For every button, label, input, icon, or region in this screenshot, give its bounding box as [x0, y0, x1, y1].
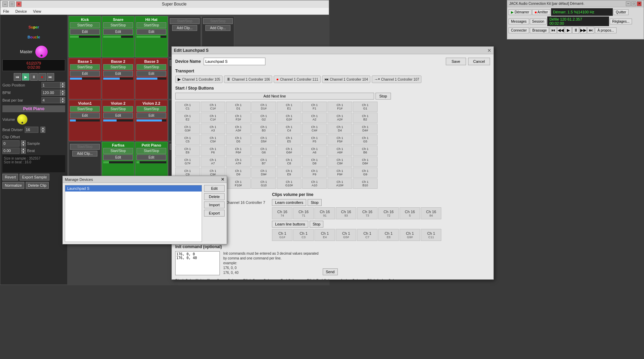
key-cell-0[interactable]: Ch 1C1	[175, 102, 200, 112]
key-cell-2[interactable]: Ch 1D1	[226, 102, 251, 112]
track-basse1-edit[interactable]: Edit	[70, 71, 100, 77]
key-cell-38[interactable]: Ch 1A6#	[327, 146, 352, 156]
stop-controllers-btn[interactable]: Stop	[308, 199, 322, 206]
jack-play[interactable]: ▶	[565, 27, 572, 34]
track-empty-7-startstop[interactable]: Start/Stop	[70, 144, 100, 150]
track-kick-startstop[interactable]: Start/Stop	[70, 22, 100, 28]
clips-ch-cell-7[interactable]: Ch 1684	[421, 207, 441, 219]
line-ch-cell-6[interactable]: Ch 1G9#	[399, 229, 420, 241]
key-cell-31[interactable]: Ch 1G5	[353, 135, 378, 145]
clip-offset-sample-spin-down[interactable]: ▼	[21, 143, 26, 147]
transport-play[interactable]: ▶	[22, 73, 29, 81]
menu-file[interactable]: File	[2, 9, 11, 14]
key-cell-8[interactable]: Ch 1E2	[175, 113, 200, 123]
jack-quitter-btn[interactable]: Quitter	[613, 9, 629, 15]
key-cell-37[interactable]: Ch 1A6	[302, 146, 327, 156]
key-cell-58[interactable]: Ch 1F10#	[226, 178, 251, 189]
line-ch-cell-5[interactable]: Ch 1E8	[378, 229, 399, 241]
track-empty-1-addclip[interactable]: Add Clip...	[172, 25, 198, 31]
stop-startstop-btn[interactable]: Stop	[375, 93, 391, 100]
key-cell-19[interactable]: Ch 1B3	[251, 124, 276, 134]
minimize-btn[interactable]: ─	[2, 1, 8, 7]
cancel-button[interactable]: Cancel	[468, 58, 490, 65]
jack-rewind[interactable]: ◀◀	[557, 27, 564, 34]
key-cell-27[interactable]: Ch 1D5#	[251, 135, 276, 145]
clips-ch-cell-6[interactable]: Ch 165	[399, 207, 420, 219]
goto-spin-up[interactable]: ▲	[60, 82, 65, 85]
jack-pause[interactable]: ⏸	[572, 27, 579, 34]
manage-devices-close[interactable]: ✕	[221, 177, 225, 182]
manage-export-btn[interactable]: Export	[204, 210, 225, 217]
track-basse3-edit[interactable]: Edit	[136, 71, 166, 77]
key-cell-14[interactable]: Ch 1A2#	[327, 113, 352, 123]
track-snare-startstop[interactable]: Start/Stop	[103, 22, 133, 28]
maximize-btn[interactable]: □	[9, 1, 15, 7]
revert-button[interactable]: Revert	[2, 174, 18, 181]
key-cell-10[interactable]: Ch 1F2#	[226, 113, 251, 123]
track-violon22-startstop[interactable]: Start/Stop	[136, 106, 166, 112]
goto-spin-down[interactable]: ▼	[60, 85, 65, 88]
track-farfisa-startstop[interactable]: Start/Stop	[103, 148, 133, 154]
transport-record[interactable]: ●	[38, 73, 46, 81]
stop-line-buttons-btn[interactable]: Stop	[310, 221, 324, 228]
track-hithat-startstop[interactable]: Start/Stop	[136, 22, 166, 28]
clips-ch-cell-3[interactable]: Ch 1693	[336, 207, 356, 219]
key-cell-41[interactable]: Ch 1A7	[201, 157, 225, 167]
master-knob[interactable]	[35, 46, 48, 58]
init-cmd-textarea[interactable]: 176, 0, 0 176, 0, 40	[175, 251, 220, 275]
jack-skip-forward[interactable]: ⏭	[587, 27, 594, 34]
track-empty-7-addclip[interactable]: Add Clip...	[72, 151, 98, 157]
track-empty-2-startstop[interactable]: Start/Stop	[203, 18, 233, 24]
key-cell-62[interactable]: Ch 1A10#	[327, 178, 352, 189]
volume-knob[interactable]	[17, 114, 27, 125]
track-empty-1-startstop[interactable]: Start/Stop	[170, 18, 200, 24]
key-cell-6[interactable]: Ch 1F1#	[327, 102, 352, 112]
key-cell-29[interactable]: Ch 1F5	[302, 135, 327, 145]
clips-ch-cell-0[interactable]: Ch 1674	[272, 207, 293, 219]
line-ch-cell-7[interactable]: Ch 1C11	[421, 229, 441, 241]
key-cell-63[interactable]: Ch 1B10	[353, 178, 378, 189]
key-cell-5[interactable]: Ch 1F1	[302, 102, 327, 112]
clip-offset-sample-spin-up[interactable]: ▲	[21, 140, 26, 143]
track-farfisa-edit[interactable]: Edit	[103, 154, 133, 160]
line-ch-cell-4[interactable]: Ch 1C7	[357, 229, 378, 241]
key-cell-30[interactable]: Ch 1F5#	[327, 135, 352, 145]
key-cell-7[interactable]: Ch 1G1	[353, 102, 378, 112]
beat-per-bar-spin-down[interactable]: ▼	[60, 100, 65, 103]
clips-ch-cell-5[interactable]: Ch 1672	[378, 207, 399, 219]
manage-import-btn[interactable]: Import	[204, 201, 225, 208]
key-cell-26[interactable]: Ch 1D5	[226, 135, 251, 145]
track-violon22-edit[interactable]: Edit	[136, 113, 166, 118]
track-basse2-startstop[interactable]: Start/Stop	[103, 64, 133, 70]
key-cell-23[interactable]: Ch 1D4#	[353, 124, 378, 134]
menu-device[interactable]: Device	[14, 9, 28, 14]
key-cell-40[interactable]: Ch 1G7#	[175, 157, 200, 167]
transport-rewind[interactable]: ⏮	[14, 73, 21, 81]
clips-ch-cell-2[interactable]: Ch 1691	[314, 207, 335, 219]
key-cell-12[interactable]: Ch 1G2#	[277, 113, 301, 123]
jack-minimize[interactable]: ─	[626, 1, 631, 6]
jack-forward[interactable]: ▶▶	[580, 27, 587, 34]
close-btn[interactable]: ✕	[16, 1, 22, 7]
key-cell-35[interactable]: Ch 1G6	[251, 146, 276, 156]
jack-close[interactable]: ✕	[637, 1, 642, 6]
beat-per-bar-input[interactable]	[41, 97, 60, 103]
bpm-spin-up[interactable]: ▲	[60, 90, 65, 93]
key-cell-18[interactable]: Ch 1A3#	[226, 124, 251, 134]
key-cell-61[interactable]: Ch 1A10	[302, 178, 327, 189]
key-cell-24[interactable]: Ch 1C5	[175, 135, 200, 145]
track-basse2-edit[interactable]: Edit	[103, 71, 133, 77]
key-cell-32[interactable]: Ch 1E6	[175, 146, 200, 156]
key-cell-52[interactable]: Ch 1E9	[277, 167, 301, 178]
key-cell-28[interactable]: Ch 1E5	[277, 135, 301, 145]
clip-offset-beat-spin-down[interactable]: ▼	[21, 151, 26, 154]
key-cell-20[interactable]: Ch 1C4	[277, 124, 301, 134]
manage-delete-btn[interactable]: Delete	[204, 193, 225, 200]
key-cell-50[interactable]: Ch 1D9	[226, 167, 251, 178]
manage-edit-btn[interactable]: Edit	[204, 185, 225, 192]
key-cell-3[interactable]: Ch 1D1#	[251, 102, 276, 112]
line-ch-cell-1[interactable]: Ch 1C3	[293, 229, 314, 241]
line-ch-cell-2[interactable]: Ch 1E4	[314, 229, 335, 241]
key-cell-55[interactable]: Ch 1G9	[353, 167, 378, 178]
export-sample-button[interactable]: Export Sample	[20, 174, 49, 181]
